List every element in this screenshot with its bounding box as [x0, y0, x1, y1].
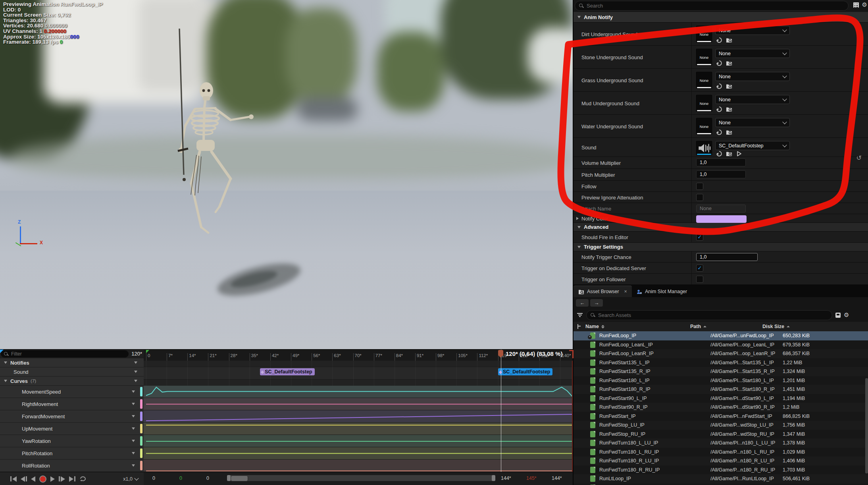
column-header-name[interactable]: Name — [585, 324, 690, 329]
track-row-upmovement[interactable]: UpMovement — [0, 423, 144, 435]
section-header-trigger-settings[interactable]: Trigger Settings — [574, 243, 868, 251]
save-search-icon[interactable] — [835, 313, 841, 318]
track-row-yawrotation[interactable]: YawRotation — [0, 435, 144, 447]
none-asset-thumbnail[interactable]: None — [695, 71, 713, 89]
track-options-icon[interactable] — [132, 427, 135, 430]
record-button[interactable] — [39, 475, 46, 483]
asset-row[interactable]: RunFwdStart180_L_IP/All/Game/Pl...Start1… — [574, 376, 868, 385]
column-header-path[interactable]: Path — [690, 324, 758, 329]
asset-row[interactable] — [574, 483, 868, 485]
notify-color-swatch[interactable] — [696, 215, 747, 223]
asset-list-scrollbar[interactable] — [865, 378, 868, 473]
track-filter-input[interactable]: Filter — [1, 350, 129, 357]
asset-row[interactable]: RunFwdStart90_L_IP/All/Game/Pl...dStart9… — [574, 394, 868, 403]
details-search-input[interactable]: Search — [575, 1, 849, 11]
loop-button[interactable] — [79, 476, 87, 482]
track-options-icon[interactable] — [132, 415, 135, 417]
checkbox[interactable] — [696, 194, 703, 201]
asset-row[interactable]: RunFwdTurn180_L_RU_IP/All/Game/P...n180_… — [574, 448, 868, 457]
curve-lane-upmovement[interactable] — [144, 423, 573, 435]
asset-row[interactable]: RunFwdTurn180_R_RU_IP/All/Game/P...n180_… — [574, 466, 868, 475]
use-selected-asset-icon[interactable] — [716, 37, 722, 45]
asset-row[interactable]: RunFwdStart180_R_IP/All/Game/Pl...Start1… — [574, 385, 868, 394]
checkbox[interactable] — [696, 276, 703, 283]
sound-notify-lane[interactable]: ◆SC_DefaultFootstep◆SC_DefaultFootstep — [144, 367, 573, 380]
curve-lane-pitchrotation[interactable] — [144, 447, 573, 460]
timeline-scrollbar[interactable] — [227, 475, 495, 481]
asset-search-input[interactable]: Search Assets — [586, 310, 832, 320]
asset-picker-dropdown[interactable]: None — [715, 49, 790, 58]
filter-icon[interactable] — [577, 313, 583, 317]
use-selected-asset-icon[interactable] — [716, 60, 722, 68]
curve-lanes[interactable] — [144, 386, 573, 472]
go-to-end-button[interactable] — [69, 476, 75, 482]
close-icon[interactable]: × — [624, 289, 627, 294]
asset-row[interactable]: RunFwdTurn180_L_LU_IP/All/Game/Pl...n180… — [574, 439, 868, 448]
tab-anim-slot-manager[interactable]: Anim Slot Manager — [632, 286, 692, 297]
go-to-start-button[interactable] — [10, 476, 17, 482]
asset-row[interactable]: RunFwdStart90_R_IP/All/Game/Pl...dStart9… — [574, 403, 868, 412]
asset-row[interactable]: RunFwdStart_IP/All/Game/Pl...nFwdStart_I… — [574, 412, 868, 421]
track-options-icon[interactable] — [134, 380, 137, 382]
step-back-button[interactable] — [21, 476, 27, 482]
track-options-icon[interactable] — [132, 452, 135, 454]
checkbox[interactable]: ✓ — [696, 234, 703, 241]
use-selected-asset-icon[interactable] — [716, 106, 722, 114]
notify-track-area[interactable]: ◆SC_DefaultFootstep◆SC_DefaultFootstep — [144, 361, 573, 386]
asset-picker-dropdown[interactable]: SC_DefaultFootstep — [715, 141, 790, 150]
asset-picker-dropdown[interactable]: None — [715, 72, 790, 81]
value-input[interactable]: 1,0 — [696, 253, 758, 261]
asset-picker-dropdown[interactable]: None — [715, 26, 790, 35]
browse-to-asset-icon[interactable] — [726, 37, 732, 45]
history-back-button[interactable]: ← — [576, 299, 589, 307]
asset-picker-dropdown[interactable]: None — [715, 95, 790, 104]
asset-row[interactable]: RunFwdLoop_LeanL_IP/All/Game/Pl...oop_Le… — [574, 340, 868, 350]
browse-to-asset-icon[interactable] — [726, 129, 732, 137]
settings-gear-icon[interactable]: ⚙ — [862, 1, 867, 8]
value-input[interactable]: 1,0 — [696, 158, 746, 166]
curve-lane-rollrotation[interactable] — [144, 460, 573, 472]
asset-row[interactable]: RunFwdLoop_LeanR_IP/All/Game/Pl...oop_Le… — [574, 349, 868, 358]
value-input[interactable]: 1,0 — [696, 170, 746, 178]
track-options-icon[interactable] — [132, 390, 135, 393]
audio-asset-thumbnail[interactable] — [695, 140, 713, 156]
track-options-icon[interactable] — [132, 403, 135, 405]
curve-lane-yawrotation[interactable] — [144, 435, 573, 447]
step-forward-button[interactable] — [59, 476, 65, 482]
timeline-track-area[interactable]: 07*14*21*28*35*42*49*56*63*70*77*84*91*9… — [144, 350, 573, 485]
checkbox[interactable] — [696, 183, 703, 190]
track-options-icon[interactable] — [132, 464, 135, 467]
track-row-forwardmovement[interactable]: ForwardMovement — [0, 410, 144, 423]
track-row-rollrotation[interactable]: RollRotation — [0, 460, 144, 472]
play-button[interactable] — [50, 476, 55, 482]
playback-speed-control[interactable]: x1,0 — [123, 476, 138, 482]
asset-row[interactable]: RunFwdStop_RU_IP/All/Game/P...wdStop_RU_… — [574, 430, 868, 439]
view-options-gear-icon[interactable]: ⚙ — [844, 311, 849, 319]
asset-picker-dropdown[interactable]: None — [715, 118, 790, 127]
track-row-movementspeed[interactable]: MovementSpeed — [0, 386, 144, 398]
value-input[interactable]: None — [696, 205, 746, 213]
none-asset-thumbnail[interactable]: None — [695, 48, 713, 66]
none-asset-thumbnail[interactable]: None — [695, 25, 713, 43]
track-row-curves[interactable]: Curves(7) — [0, 377, 144, 386]
grid-view-icon[interactable] — [853, 2, 859, 8]
track-options-icon[interactable] — [134, 371, 137, 373]
notify-tag-sc-defaultfootstep[interactable]: ◆SC_DefaultFootstep — [498, 368, 553, 375]
play-reverse-button[interactable] — [31, 476, 35, 482]
browse-to-asset-icon[interactable] — [726, 60, 732, 68]
asset-row[interactable]: RunFwdStart135_R_IP/All/Game/Pl...Start1… — [574, 367, 868, 376]
track-row-rightmovement[interactable]: RightMovement — [0, 398, 144, 410]
asset-row[interactable]: RunLtLoop_IP/All/Game/Pl...RunLtLoop_IP5… — [574, 474, 868, 483]
browse-to-asset-icon[interactable] — [726, 106, 732, 114]
reset-to-default-icon[interactable]: ↺ — [856, 154, 862, 162]
use-selected-asset-icon[interactable] — [716, 129, 722, 137]
track-row-pitchrotation[interactable]: PitchRotation — [0, 447, 144, 460]
viewport-3d[interactable]: Previewing Animation RunFwdLoop_IPLOD: 0… — [0, 0, 573, 349]
asset-row[interactable]: RunFwdStop_LU_IP/All/Game/P...wdStop_LU_… — [574, 421, 868, 430]
curve-lane-rightmovement[interactable] — [144, 398, 573, 410]
track-row-sound[interactable]: Sound — [0, 367, 144, 377]
column-header-disksize[interactable]: Disk Size — [762, 324, 790, 329]
asset-row[interactable]: RunFwdTurn180_R_LU_IP/All/Game/P...n180_… — [574, 456, 868, 466]
curve-lane-movementspeed[interactable] — [144, 386, 573, 398]
expander-icon[interactable] — [576, 217, 579, 220]
